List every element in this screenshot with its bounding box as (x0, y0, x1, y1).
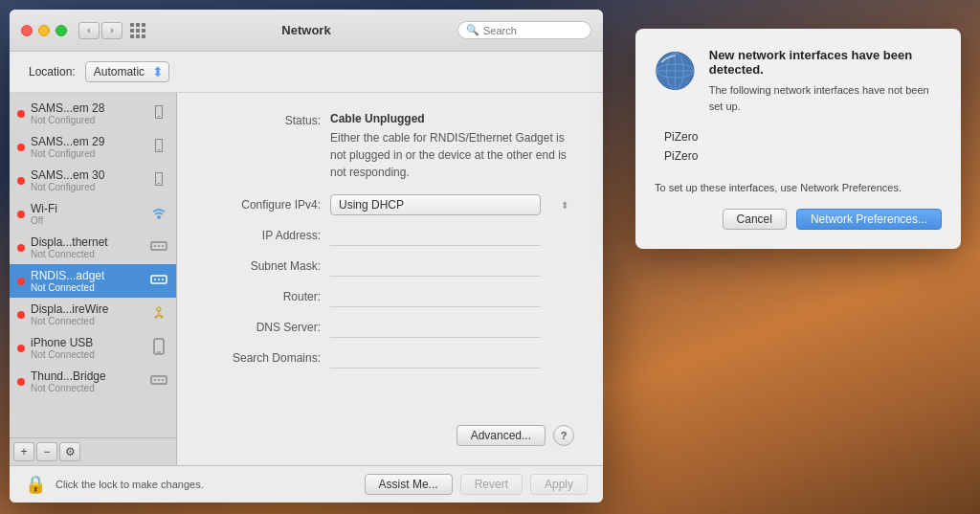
configure-ipv4-label: Configure IPv4: (206, 198, 330, 212)
alert-title: New network interfaces have been detecte… (709, 48, 942, 77)
window-title: Network (281, 23, 330, 37)
location-select-wrap: Automatic ⬍ (85, 61, 169, 82)
help-button[interactable]: ? (553, 425, 574, 446)
phone-icon (149, 104, 168, 123)
detail-panel: Status: Cable Unplugged Either the cable… (177, 93, 603, 465)
ethernet-icon (149, 239, 168, 257)
alert-dialog: New network interfaces have been detecte… (635, 29, 961, 249)
globe-icon (655, 48, 696, 94)
svg-line-13 (159, 315, 162, 317)
location-select[interactable]: Automatic (85, 61, 169, 82)
nav-buttons: ‹ › (78, 22, 122, 39)
dns-server-row: DNS Server: (206, 317, 574, 338)
ip-address-field (330, 225, 541, 246)
status-value: Cable Unplugged (330, 112, 425, 125)
gear-button[interactable]: ⚙ (59, 442, 80, 461)
status-label: Status: (206, 112, 330, 127)
sidebar-toolbar: + − ⚙ (10, 437, 176, 465)
close-button[interactable] (21, 25, 33, 36)
dns-server-field (330, 317, 541, 338)
forward-button[interactable]: › (101, 22, 122, 39)
alert-body: The following network interfaces have no… (709, 82, 942, 114)
alert-buttons: Cancel Network Preferences... (655, 209, 942, 230)
dropdown-arrow-icon: ⬍ (561, 200, 568, 211)
sidebar-item-sams29[interactable]: SAMS...em 29 Not Configured (10, 130, 176, 164)
sidebar: SAMS...em 28 Not Configured SAMS...em 29… (10, 93, 177, 465)
status-description: Either the cable for RNDIS/Ethernet Gadg… (330, 131, 567, 179)
interface-item: PiZero (664, 127, 942, 146)
alert-header: New network interfaces have been detecte… (655, 48, 942, 114)
ethernet-arrows-icon (149, 273, 168, 290)
subnet-mask-label: Subnet Mask: (206, 259, 330, 273)
status-dot-red (17, 110, 25, 118)
firewire-icon (149, 305, 168, 324)
iphone-icon (149, 338, 168, 359)
status-dot-red (17, 378, 25, 386)
subnet-mask-row: Subnet Mask: (206, 256, 574, 277)
sidebar-list: SAMS...em 28 Not Configured SAMS...em 29… (10, 93, 176, 437)
status-row: Status: Cable Unplugged Either the cable… (206, 112, 574, 181)
location-label: Location: (29, 65, 76, 78)
status-dot-red (17, 244, 25, 252)
dns-server-label: DNS Server: (206, 321, 330, 334)
lock-icon[interactable]: 🔒 (25, 474, 46, 495)
ip-address-row: IP Address: (206, 225, 574, 246)
search-domains-label: Search Domains: (206, 351, 330, 365)
sidebar-item-rndis[interactable]: RNDIS...adget Not Connected (10, 264, 176, 298)
window-footer: 🔒 Click the lock to make changes. Assist… (10, 465, 603, 503)
title-bar: ‹ › Network 🔍 (10, 10, 603, 52)
router-row: Router: (206, 286, 574, 307)
maximize-button[interactable] (56, 25, 67, 36)
advanced-button[interactable]: Advanced... (457, 425, 546, 446)
back-button[interactable]: ‹ (78, 22, 100, 39)
svg-point-8 (157, 307, 161, 311)
status-dot-red (17, 211, 25, 218)
alert-preferences-button[interactable]: Network Preferences... (796, 209, 942, 230)
sidebar-item-iphone-usb[interactable]: iPhone USB Not Connected (10, 331, 176, 365)
add-interface-button[interactable]: + (13, 442, 34, 461)
assist-me-button[interactable]: Assist Me... (365, 474, 453, 495)
configure-ipv4-select[interactable]: Using DHCP (330, 194, 541, 215)
traffic-lights (21, 25, 67, 36)
svg-line-12 (156, 315, 159, 317)
main-area: SAMS...em 28 Not Configured SAMS...em 29… (10, 93, 603, 465)
revert-button[interactable]: Revert (460, 474, 523, 495)
window-body: Location: Automatic ⬍ SAMS...em 28 (10, 52, 603, 503)
search-input[interactable] (483, 25, 583, 36)
status-dot-red (17, 311, 25, 319)
ip-address-label: IP Address: (206, 229, 330, 242)
alert-note: To set up these interfaces, use Network … (655, 180, 942, 196)
search-domains-row: Search Domains: (206, 347, 574, 369)
interface-item: PiZero (664, 146, 942, 166)
sidebar-item-displaythernet[interactable]: Displa...thernet Not Connected (10, 231, 176, 264)
detail-actions: Advanced... ? (206, 425, 574, 446)
search-domains-field (330, 347, 541, 369)
sidebar-item-sams28[interactable]: SAMS...em 28 Not Configured (10, 97, 176, 130)
search-box[interactable]: 🔍 (457, 21, 591, 39)
router-label: Router: (206, 290, 330, 303)
sidebar-item-thunderbridge[interactable]: Thund...Bridge Not Connected (10, 365, 176, 398)
footer-text: Click the lock to make changes. (56, 479, 355, 490)
subnet-mask-field (330, 256, 541, 277)
alert-cancel-button[interactable]: Cancel (723, 209, 787, 230)
wifi-icon (149, 206, 168, 223)
sidebar-item-displayirewire[interactable]: Displa...ireWire Not Connected (10, 298, 176, 331)
apply-button[interactable]: Apply (530, 474, 588, 495)
network-window: ‹ › Network 🔍 Location: Automatic (10, 10, 603, 503)
ethernet-icon (149, 373, 168, 391)
minimize-button[interactable] (38, 25, 50, 36)
location-bar: Location: Automatic ⬍ (10, 52, 603, 93)
status-dot-red (17, 177, 25, 185)
phone-icon (149, 171, 168, 190)
status-dot-red (17, 144, 25, 151)
status-dot-red (17, 278, 25, 285)
sidebar-item-wifi[interactable]: Wi-Fi Off (10, 197, 176, 231)
sidebar-item-sams30[interactable]: SAMS...em 30 Not Configured (10, 164, 176, 197)
footer-buttons: Assist Me... Revert Apply (365, 474, 588, 495)
app-grid-icon[interactable] (130, 23, 145, 38)
alert-interfaces: PiZero PiZero (655, 127, 942, 167)
configure-ipv4-row: Configure IPv4: Using DHCP ⬍ (206, 194, 574, 215)
phone-icon (149, 138, 168, 157)
remove-interface-button[interactable]: − (36, 442, 57, 461)
status-dot-red (17, 345, 25, 352)
